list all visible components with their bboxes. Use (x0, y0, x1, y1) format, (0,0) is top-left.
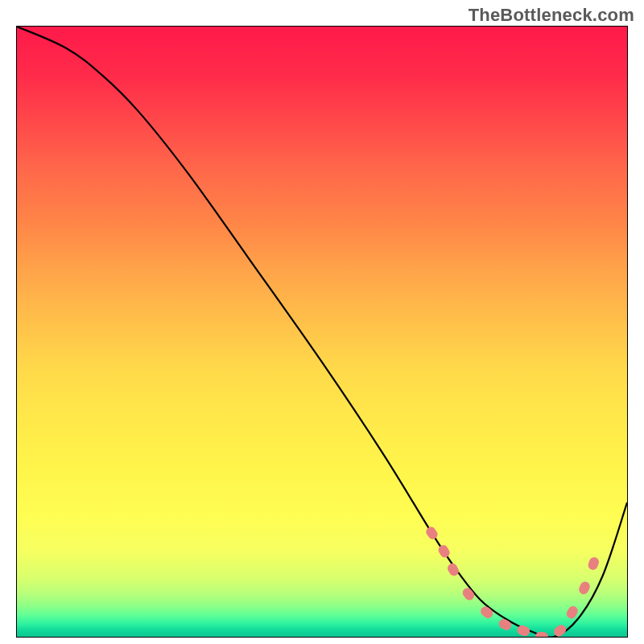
marker-dot (535, 632, 548, 637)
marker-dot (460, 586, 476, 602)
marker-dot (479, 605, 495, 620)
marker-dot (497, 617, 514, 632)
marker-dot (446, 562, 460, 578)
marker-group (424, 525, 601, 637)
marker-dot (552, 623, 568, 637)
curve-path (17, 27, 627, 637)
watermark-text: TheBottleneck.com (469, 5, 634, 26)
marker-dot (436, 543, 451, 559)
marker-dot (577, 580, 591, 596)
marker-dot (424, 525, 440, 541)
chart-container: TheBottleneck.com (0, 0, 644, 644)
marker-dot (587, 555, 601, 571)
plot-area (16, 26, 628, 638)
curve-svg (17, 27, 627, 637)
marker-dot (565, 605, 580, 621)
